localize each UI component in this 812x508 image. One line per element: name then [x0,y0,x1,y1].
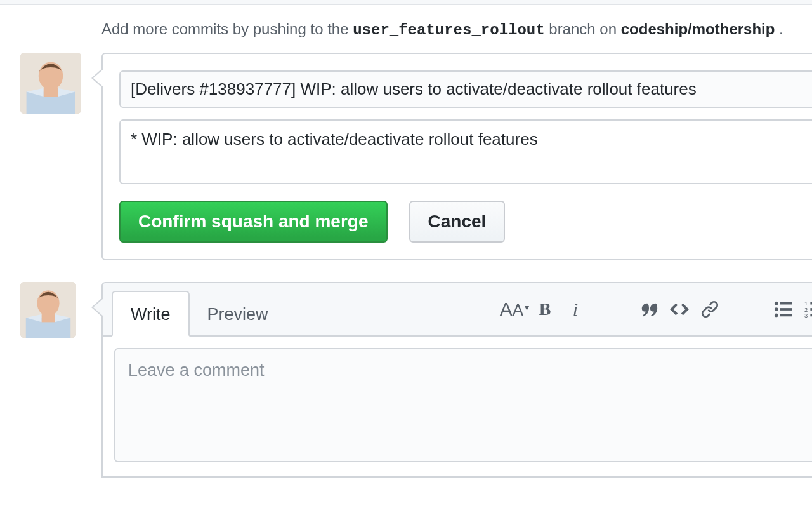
merge-panel: Confirm squash and merge Cancel [102,53,812,260]
bold-icon[interactable]: B [534,298,556,320]
link-icon[interactable] [699,298,721,320]
svg-point-10 [775,307,778,311]
top-strip [0,0,812,5]
merge-body-input[interactable] [119,119,812,184]
tab-preview[interactable]: Preview [190,291,286,335]
comment-avatar[interactable] [20,282,76,338]
merge-avatar[interactable] [20,53,81,114]
svg-rect-11 [780,308,792,311]
merge-button-row: Confirm squash and merge Cancel [119,201,812,243]
svg-rect-9 [780,302,792,304]
svg-rect-13 [780,314,792,316]
numbered-list-icon[interactable]: 123 [803,298,812,320]
italic-icon[interactable]: i [565,298,586,320]
bulleted-list-icon[interactable] [773,298,794,320]
text-size-menu-icon[interactable]: AA▾ [504,298,525,320]
push-hint-suffix: . [779,20,783,37]
confirm-squash-merge-button[interactable]: Confirm squash and merge [119,201,388,243]
comment-textarea[interactable] [114,348,812,462]
svg-rect-3 [43,88,58,97]
comment-tab-strip: Write Preview AA▾ B i [102,282,812,335]
svg-text:3: 3 [804,312,808,319]
svg-point-8 [775,301,778,305]
merge-row: Confirm squash and merge Cancel [102,53,812,260]
push-hint: Add more commits by pushing to the user_… [102,20,812,39]
code-icon[interactable] [669,298,690,320]
push-hint-mid: branch on [549,20,620,37]
cancel-button[interactable]: Cancel [409,201,506,243]
push-hint-prefix: Add more commits by pushing to the [102,20,353,37]
svg-point-12 [775,313,778,317]
merge-title-input[interactable] [119,70,812,108]
tab-write[interactable]: Write [112,291,190,337]
push-hint-branch: user_features_rollout [353,22,544,39]
comment-toolbar: AA▾ B i [504,283,812,335]
svg-rect-7 [41,314,55,322]
comment-box: Write Preview AA▾ B i [102,282,812,478]
push-hint-repo: codeship/mothership [621,20,775,37]
quote-icon[interactable] [638,298,660,320]
comment-body-wrap [102,335,812,478]
